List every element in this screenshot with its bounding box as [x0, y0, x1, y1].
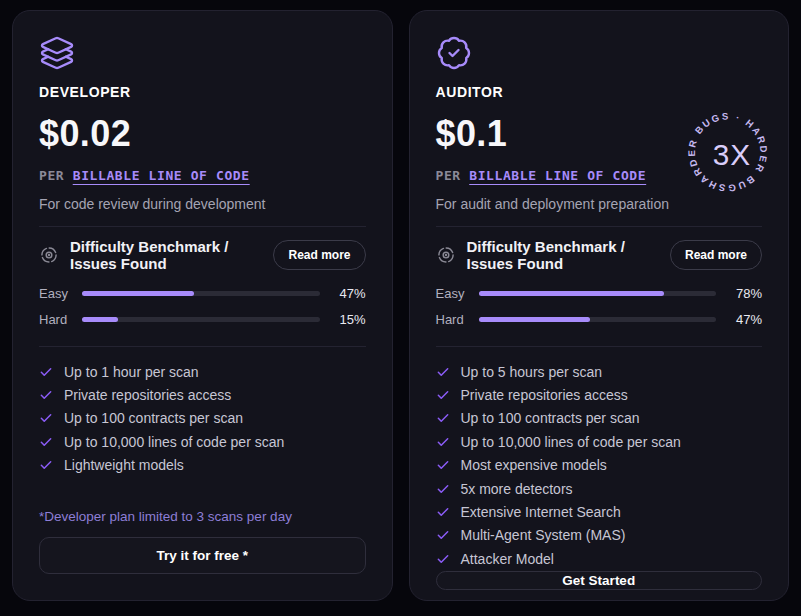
feature-item: Attacker Model — [436, 547, 763, 570]
plan-price: $0.1 — [436, 113, 763, 155]
pricing-section: DEVELOPER $0.02 PER BILLABLE LINE OF COD… — [0, 0, 801, 616]
check-icon — [436, 388, 450, 402]
bar-percent: 47% — [726, 312, 762, 327]
feature-label: Most expensive models — [461, 457, 607, 473]
feature-item: Private repositories access — [436, 383, 763, 406]
bar-fill — [479, 317, 591, 322]
divider — [39, 226, 366, 227]
bar-track — [479, 291, 717, 296]
feature-list: Up to 5 hours per scan Private repositor… — [436, 360, 763, 571]
feature-item: 5x more detectors — [436, 477, 763, 500]
divider — [436, 346, 763, 347]
check-icon — [436, 505, 450, 519]
feature-item: Up to 10,000 lines of code per scan — [39, 430, 366, 453]
feature-label: Up to 100 contracts per scan — [461, 410, 640, 426]
bar-label: Easy — [39, 286, 72, 301]
feature-item: Private repositories access — [39, 383, 366, 406]
badge-check-icon — [436, 35, 472, 71]
layers-icon — [39, 35, 75, 71]
benchmark-bar-hard: Hard 47% — [436, 306, 763, 332]
plan-price: $0.02 — [39, 113, 366, 155]
feature-label: Attacker Model — [461, 551, 554, 567]
feature-label: Extensive Internet Search — [461, 504, 621, 520]
read-more-button[interactable]: Read more — [670, 240, 762, 270]
check-icon — [436, 458, 450, 472]
bar-label: Hard — [436, 312, 469, 327]
target-icon — [39, 245, 59, 265]
plan-description: For code review during development — [39, 196, 366, 212]
feature-label: Multi-Agent System (MAS) — [461, 527, 626, 543]
plan-billing-unit: PER BILLABLE LINE OF CODE — [39, 168, 366, 183]
bar-percent: 78% — [726, 286, 762, 301]
bar-percent: 47% — [330, 286, 366, 301]
bar-fill — [479, 291, 664, 296]
billable-line-link[interactable]: BILLABLE LINE OF CODE — [469, 168, 646, 183]
feature-item: Lightweight models — [39, 454, 366, 477]
benchmark-header: Difficulty Benchmark / Issues Found Read… — [39, 238, 366, 272]
feature-item: Up to 5 hours per scan — [436, 360, 763, 383]
per-prefix: PER — [39, 168, 64, 183]
feature-item: Multi-Agent System (MAS) — [436, 524, 763, 547]
plan-description: For audit and deployment preparation — [436, 196, 763, 212]
bar-fill — [82, 291, 194, 296]
bar-track — [82, 317, 320, 322]
feature-label: Up to 100 contracts per scan — [64, 410, 243, 426]
feature-label: Up to 5 hours per scan — [461, 364, 603, 380]
check-icon — [39, 365, 53, 379]
feature-label: Private repositories access — [64, 387, 231, 403]
check-icon — [39, 411, 53, 425]
feature-item: Up to 100 contracts per scan — [436, 407, 763, 430]
benchmark-header: Difficulty Benchmark / Issues Found Read… — [436, 238, 763, 272]
bar-track — [82, 291, 320, 296]
feature-label: Up to 10,000 lines of code per scan — [64, 434, 284, 450]
feature-label: Lightweight models — [64, 457, 184, 473]
check-icon — [436, 528, 450, 542]
divider — [39, 346, 366, 347]
plan-name: DEVELOPER — [39, 84, 366, 100]
check-icon — [436, 482, 450, 496]
feature-item: Up to 100 contracts per scan — [39, 407, 366, 430]
read-more-button[interactable]: Read more — [273, 240, 365, 270]
check-icon — [39, 435, 53, 449]
feature-item: Extensive Internet Search — [436, 500, 763, 523]
benchmark-title: Difficulty Benchmark / Issues Found — [467, 238, 659, 272]
target-icon — [436, 245, 456, 265]
bar-label: Easy — [436, 286, 469, 301]
feature-label: Up to 1 hour per scan — [64, 364, 199, 380]
check-icon — [39, 388, 53, 402]
check-icon — [436, 552, 450, 566]
bar-track — [479, 317, 717, 322]
benchmark-bar-easy: Easy 78% — [436, 280, 763, 306]
benchmark-bar-hard: Hard 15% — [39, 306, 366, 332]
plan-billing-unit: PER BILLABLE LINE OF CODE — [436, 168, 763, 183]
plan-card-developer: DEVELOPER $0.02 PER BILLABLE LINE OF COD… — [12, 10, 393, 601]
feature-label: 5x more detectors — [461, 481, 573, 497]
feature-item: Up to 10,000 lines of code per scan — [436, 430, 763, 453]
billable-line-link[interactable]: BILLABLE LINE OF CODE — [73, 168, 250, 183]
benchmark-bar-easy: Easy 47% — [39, 280, 366, 306]
benchmark-bars: Easy 78% Hard 47% — [436, 280, 763, 332]
check-icon — [39, 458, 53, 472]
benchmark-title: Difficulty Benchmark / Issues Found — [70, 238, 262, 272]
feature-item: Most expensive models — [436, 454, 763, 477]
check-icon — [436, 411, 450, 425]
benchmark-bars: Easy 47% Hard 15% — [39, 280, 366, 332]
plan-limit-note: *Developer plan limited to 3 scans per d… — [39, 509, 366, 524]
bar-percent: 15% — [330, 312, 366, 327]
divider — [436, 226, 763, 227]
feature-item: Up to 1 hour per scan — [39, 360, 366, 383]
get-started-button[interactable]: Get Started — [436, 571, 763, 590]
feature-label: Private repositories access — [461, 387, 628, 403]
plan-card-auditor: AUDITOR $0.1 PER BILLABLE LINE OF CODE F… — [409, 10, 790, 601]
bar-label: Hard — [39, 312, 72, 327]
feature-label: Up to 10,000 lines of code per scan — [461, 434, 681, 450]
plan-name: AUDITOR — [436, 84, 763, 100]
check-icon — [436, 365, 450, 379]
per-prefix: PER — [436, 168, 461, 183]
feature-list: Up to 1 hour per scan Private repositori… — [39, 360, 366, 477]
try-free-button[interactable]: Try it for free * — [39, 537, 366, 574]
check-icon — [436, 435, 450, 449]
bar-fill — [82, 317, 118, 322]
